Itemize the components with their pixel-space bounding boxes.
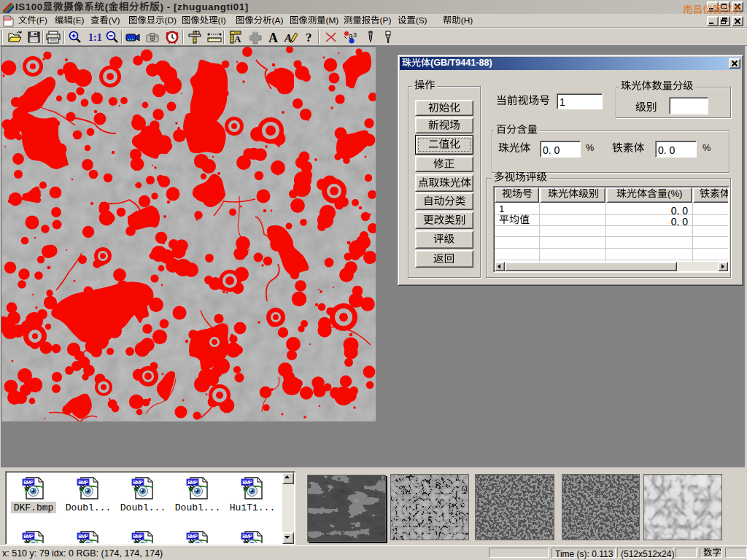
- svg-text:3: 3: [353, 31, 357, 39]
- svg-text:BMP: BMP: [187, 480, 198, 485]
- svg-text:BMP: BMP: [242, 534, 252, 539]
- svg-text:A: A: [268, 31, 278, 44]
- svg-text:(H): (H): [461, 15, 473, 26]
- svg-text:A: A: [234, 34, 241, 44]
- svg-text:1: 1: [499, 203, 504, 214]
- svg-text:BMP: BMP: [242, 480, 252, 485]
- svg-text:(D): (D): [165, 15, 177, 26]
- svg-text:BMP: BMP: [78, 480, 88, 485]
- svg-text:(P): (P): [380, 15, 392, 26]
- svg-text:BMP: BMP: [78, 534, 88, 539]
- svg-text:DOC: DOC: [4, 18, 12, 21]
- svg-text:(E): (E): [73, 15, 85, 26]
- svg-text:(V): (V): [109, 15, 120, 26]
- svg-text:(F): (F): [36, 15, 47, 26]
- svg-text:BMP: BMP: [133, 534, 143, 539]
- svg-text:(S): (S): [416, 15, 427, 26]
- svg-text:) - [zhuguangti01]: ) - [zhuguangti01]: [160, 1, 248, 12]
- svg-text:(A): (A): [272, 15, 284, 26]
- svg-text:?: ?: [306, 31, 312, 44]
- svg-text:(I): (I): [218, 15, 226, 26]
- svg-text:BMP: BMP: [23, 480, 34, 485]
- svg-text:%: %: [586, 143, 594, 153]
- svg-text:(%): (%): [667, 188, 683, 199]
- svg-text:BMP: BMP: [23, 534, 34, 539]
- svg-text:(: (: [105, 1, 109, 12]
- svg-text:%: %: [703, 143, 711, 153]
- svg-text:(M): (M): [326, 15, 339, 26]
- svg-text:(GB/T9441-88): (GB/T9441-88): [430, 58, 492, 68]
- svg-text:BMP: BMP: [187, 534, 198, 539]
- svg-text:IS100: IS100: [15, 1, 43, 12]
- svg-text:BMP: BMP: [133, 480, 143, 485]
- svg-text:1:1: 1:1: [88, 32, 102, 43]
